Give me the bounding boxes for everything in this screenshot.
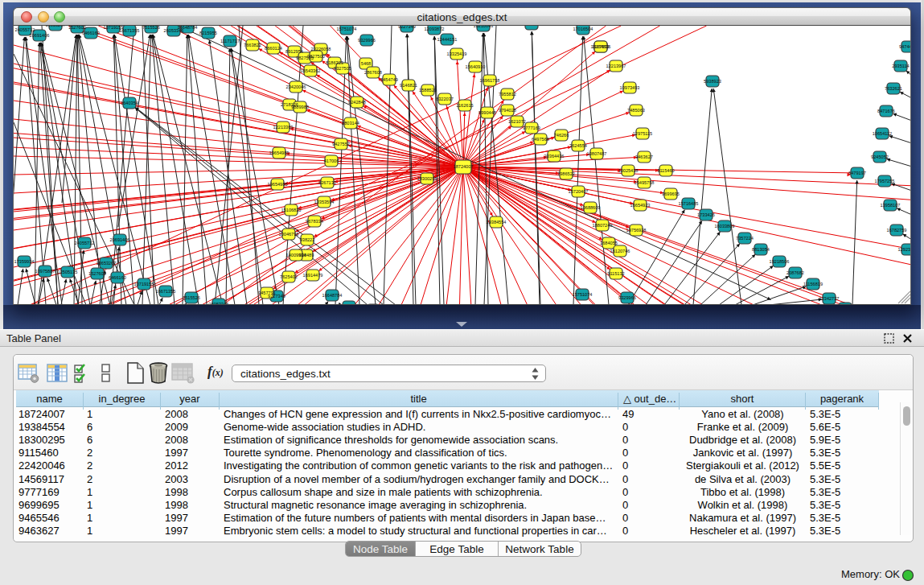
- svg-text:7515526: 7515526: [142, 26, 160, 30]
- svg-text:11171717: 11171717: [220, 39, 240, 43]
- svg-text:13958107: 13958107: [881, 203, 901, 208]
- svg-text:17359934: 17359934: [14, 259, 35, 264]
- svg-text:23420046: 23420046: [286, 84, 306, 89]
- svg-text:16914479: 16914479: [303, 273, 323, 278]
- svg-text:9777169: 9777169: [523, 126, 540, 130]
- svg-text:7955812: 7955812: [499, 92, 516, 97]
- svg-text:19384554: 19384554: [487, 220, 507, 225]
- svg-text:8267130: 8267130: [318, 180, 336, 185]
- svg-text:8322037: 8322037: [436, 97, 454, 101]
- svg-text:10973493: 10973493: [620, 85, 640, 90]
- svg-text:20691406: 20691406: [110, 237, 130, 242]
- svg-text:9463627: 9463627: [635, 154, 653, 159]
- svg-text:15751074: 15751074: [337, 27, 357, 31]
- svg-text:16654923: 16654923: [630, 203, 651, 208]
- svg-text:10046798: 10046798: [279, 232, 299, 237]
- svg-text:8471676: 8471676: [877, 109, 895, 113]
- svg-text:12923446: 12923446: [898, 247, 911, 252]
- svg-text:16120746: 16120746: [610, 249, 630, 253]
- svg-text:10807487: 10807487: [587, 151, 607, 156]
- svg-text:7625402: 7625402: [280, 274, 298, 279]
- svg-text:9242848: 9242848: [348, 100, 366, 105]
- svg-text:15692971: 15692971: [522, 26, 542, 27]
- svg-text:6497568: 6497568: [532, 137, 549, 142]
- svg-text:2087682: 2087682: [786, 270, 804, 275]
- svg-text:16648784: 16648784: [322, 293, 343, 298]
- svg-text:16154836: 16154836: [591, 44, 611, 49]
- svg-text:16210643: 16210643: [474, 26, 494, 28]
- svg-text:9115460: 9115460: [657, 168, 674, 173]
- svg-text:15751074: 15751074: [573, 292, 593, 297]
- svg-text:12213369: 12213369: [273, 125, 294, 130]
- svg-text:13353594: 13353594: [314, 200, 335, 204]
- svg-text:23226058: 23226058: [311, 47, 331, 51]
- svg-text:11156819: 11156819: [803, 282, 823, 286]
- svg-text:6466160: 6466160: [109, 275, 126, 280]
- svg-text:6479197: 6479197: [848, 171, 866, 175]
- svg-text:9889988: 9889988: [291, 105, 309, 109]
- svg-text:1527602: 1527602: [68, 26, 86, 30]
- svg-text:9227349: 9227349: [398, 26, 416, 29]
- svg-text:15640910: 15640910: [466, 64, 486, 69]
- svg-text:8454749: 8454749: [380, 77, 398, 82]
- svg-text:8990448: 8990448: [478, 110, 496, 115]
- svg-text:10654112: 10654112: [873, 131, 892, 136]
- svg-text:16543362: 16543362: [301, 68, 321, 73]
- svg-text:19654985: 19654985: [269, 150, 290, 155]
- svg-text:1640354: 1640354: [121, 101, 138, 105]
- svg-text:2935114: 2935114: [892, 64, 909, 68]
- svg-text:12342737: 12342737: [819, 296, 840, 301]
- svg-text:24055712: 24055712: [75, 241, 95, 245]
- svg-text:10653267: 10653267: [97, 261, 117, 266]
- svg-text:10719155: 10719155: [134, 282, 154, 286]
- svg-text:10975887: 10975887: [35, 269, 55, 274]
- svg-text:20691406: 20691406: [30, 33, 50, 38]
- svg-text:1621072: 1621072: [508, 119, 526, 124]
- svg-text:15716485: 15716485: [679, 201, 699, 206]
- svg-text:7357224: 7357224: [736, 236, 754, 241]
- svg-text:9329966: 9329966: [618, 295, 636, 300]
- svg-text:12505135: 12505135: [58, 270, 78, 274]
- svg-text:746266: 746266: [554, 133, 569, 138]
- svg-text:18807249: 18807249: [593, 223, 613, 228]
- svg-text:10025438: 10025438: [618, 168, 639, 173]
- svg-text:17016504: 17016504: [573, 27, 593, 31]
- svg-text:14009934: 14009934: [286, 253, 306, 257]
- svg-text:3624554: 3624554: [569, 143, 587, 148]
- svg-text:18724007: 18724007: [454, 164, 474, 169]
- svg-text:8186323: 8186323: [326, 60, 343, 65]
- svg-text:2803144: 2803144: [342, 121, 359, 126]
- svg-text:5938923: 5938923: [704, 79, 721, 84]
- svg-text:10653267: 10653267: [46, 26, 66, 27]
- svg-text:9327505: 9327505: [334, 66, 351, 71]
- svg-text:9474444: 9474444: [899, 44, 911, 49]
- svg-text:9678334: 9678334: [306, 219, 323, 224]
- svg-text:16782759: 16782759: [887, 228, 907, 233]
- svg-text:9146821: 9146821: [400, 83, 417, 88]
- svg-text:12213967: 12213967: [606, 64, 626, 68]
- svg-text:16671355: 16671355: [120, 28, 140, 33]
- svg-text:16961758: 16961758: [480, 78, 500, 83]
- svg-text:24055712: 24055712: [15, 27, 35, 32]
- svg-text:19654985: 19654985: [268, 182, 288, 187]
- svg-text:12444151: 12444151: [437, 37, 458, 42]
- svg-text:9794028: 9794028: [499, 108, 516, 113]
- svg-text:12975115: 12975115: [633, 131, 652, 136]
- svg-text:20364436: 20364436: [544, 154, 565, 159]
- svg-text:17957255: 17957255: [875, 179, 895, 183]
- svg-text:5468: 5468: [361, 61, 371, 66]
- svg-text:26053346: 26053346: [209, 302, 229, 305]
- svg-text:15495758: 15495758: [634, 180, 655, 185]
- svg-text:1588520: 1588520: [419, 88, 437, 93]
- svg-text:9115132: 9115132: [607, 271, 624, 276]
- svg-text:6466160: 6466160: [82, 31, 100, 35]
- svg-text:8215955: 8215955: [340, 304, 358, 305]
- svg-text:8813054: 8813054: [752, 247, 770, 252]
- svg-text:938222: 938222: [300, 237, 315, 242]
- svg-text:7515526: 7515526: [183, 295, 200, 300]
- svg-text:7663822: 7663822: [244, 43, 261, 47]
- svg-text:9245052: 9245052: [871, 154, 889, 159]
- svg-text:18300295: 18300295: [417, 176, 437, 181]
- svg-text:8912954: 8912954: [285, 49, 303, 54]
- svg-text:16033809: 16033809: [715, 224, 735, 229]
